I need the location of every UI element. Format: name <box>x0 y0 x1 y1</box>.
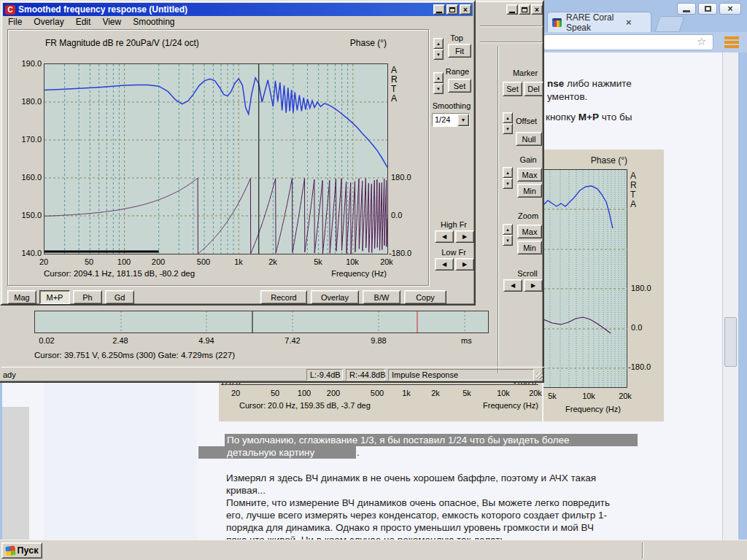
browser-tab[interactable]: RARE Coral Speak × <box>547 12 651 32</box>
spin-down-icon[interactable]: ▼ <box>433 83 444 94</box>
gain-min-button[interactable]: Min <box>517 184 542 198</box>
close-button[interactable]: × <box>531 4 543 15</box>
arrow-right-icon: ▶ <box>462 261 467 268</box>
fragment-bold: М+Р <box>578 112 599 122</box>
close-button[interactable]: × <box>460 4 471 15</box>
page-text-fragment: кнопку М+Р что бы <box>546 111 632 123</box>
forum-image-right: Phase (°) ARTA 180.0 0.0 -180.0 <box>543 149 664 421</box>
zoom-max-button[interactable]: Max <box>517 225 542 238</box>
spin-down-icon[interactable]: ▼ <box>503 178 513 189</box>
fr-titlebar[interactable]: C Smoothed frequency response (Untitled)… <box>3 3 473 16</box>
zoom-min-button[interactable]: Min <box>517 241 542 254</box>
y-tick: 150.0 <box>15 211 42 219</box>
page-text-fragment: ументов. <box>547 90 587 103</box>
gain-max-button[interactable]: Max <box>517 168 542 182</box>
resize-grip-icon[interactable] <box>536 373 543 379</box>
impulse-response-strip[interactable] <box>34 311 489 333</box>
status-ready: ady <box>3 370 16 379</box>
record-button[interactable]: Record <box>260 290 307 304</box>
maximize-button[interactable] <box>519 4 530 15</box>
y-tick: 170.0 <box>15 135 42 144</box>
page-left-gutter <box>2 407 29 540</box>
menu-smoothing[interactable]: Smoothing <box>133 17 174 27</box>
page-text-fragment: nse либо нажмите <box>547 77 632 90</box>
bw-button[interactable]: B/W <box>363 290 400 304</box>
highfr-right-button[interactable]: ▶ <box>455 230 474 243</box>
menu-file[interactable]: File <box>8 17 22 27</box>
view-mp-button[interactable]: M+P <box>39 290 70 304</box>
forum-image-bottom: 120.0 -180.0 20 50 100 200 500 1k 2k 5k … <box>219 383 542 421</box>
browser-menu-button[interactable] <box>723 35 740 50</box>
maximize-button[interactable] <box>446 4 458 15</box>
image-magnitude-curve <box>543 186 613 228</box>
y-tick: 160.0 <box>15 173 42 182</box>
menu-view[interactable]: View <box>102 17 121 27</box>
image-axis-line <box>225 384 538 385</box>
minimize-button[interactable] <box>433 4 445 15</box>
close-icon: × <box>727 4 732 14</box>
minimize-button[interactable] <box>506 4 518 15</box>
spin-up-icon[interactable]: ▲ <box>503 224 513 235</box>
lowfr-left-button[interactable]: ◀ <box>435 258 454 271</box>
image-x-tick: 20 <box>231 389 240 397</box>
offset-null-button[interactable]: Null <box>516 132 542 146</box>
x-tick: 500 <box>197 257 210 266</box>
view-ph-button[interactable]: Ph <box>73 290 102 304</box>
spin-down-icon[interactable]: ▼ <box>433 49 444 60</box>
spin-down-icon[interactable]: ▼ <box>503 235 513 246</box>
time-tick: 4.94 <box>198 336 214 345</box>
tab-close-icon[interactable]: × <box>626 17 632 28</box>
browser-maximize-button[interactable] <box>698 3 717 15</box>
smoothing-combo[interactable]: 1/24 ▼ <box>432 113 470 127</box>
spin-up-icon[interactable]: ▲ <box>503 167 513 178</box>
spin-up-icon[interactable]: ▲ <box>503 112 513 123</box>
windows-logo-icon <box>5 545 16 556</box>
image-x-tick: 1k <box>402 389 411 397</box>
zoom-spinner: ▲ ▼ <box>503 224 513 246</box>
arrow-left-icon: ◀ <box>511 282 515 289</box>
address-bar[interactable] <box>543 34 713 50</box>
scroll-left-button[interactable]: ◀ <box>503 279 522 292</box>
spin-up-icon[interactable]: ▲ <box>433 38 444 49</box>
scroll-right-button[interactable]: ▶ <box>524 279 543 292</box>
status-mode: Impulse Response <box>388 369 534 381</box>
minimize-icon <box>683 10 690 12</box>
view-gd-button[interactable]: Gd <box>105 290 134 304</box>
browser-scrollbar[interactable] <box>722 52 738 540</box>
image-phase-tick: 0.0 <box>631 323 642 332</box>
phase-tick: 180.0 <box>391 173 411 182</box>
scrollbar-thumb[interactable] <box>724 317 737 367</box>
new-tab-button[interactable] <box>654 16 684 32</box>
highfr-label: High Fr <box>435 220 473 229</box>
range-label: Range <box>442 67 473 76</box>
view-mag-button[interactable]: Mag <box>7 290 36 304</box>
selected-text-line1: По умолчанию, сглаживание 1/3, я бы пост… <box>225 434 638 446</box>
image-x-tick: 20k <box>529 389 542 397</box>
taskbar: Пуск S ⤒ » PatchMix DSP Измерение параме… <box>0 540 747 560</box>
offset-spinner: ▲ ▼ <box>503 112 513 134</box>
maximize-icon <box>522 7 527 12</box>
image-phase-tick: -180.0 <box>628 362 651 371</box>
start-button[interactable]: Пуск <box>1 542 42 559</box>
forum-paragraph-line: пока что живой. Ни в коем случае не реко… <box>226 534 508 540</box>
range-set-button[interactable]: Set <box>448 79 471 93</box>
time-tick: 0.02 <box>39 336 54 345</box>
image-plot-area <box>543 169 627 388</box>
arrow-left-icon: ◀ <box>442 261 446 268</box>
bookmark-star-icon[interactable]: ☆ <box>697 35 706 48</box>
fit-button[interactable]: Fit <box>448 44 471 58</box>
marker-set-button[interactable]: Set <box>503 82 522 96</box>
browser-close-button[interactable]: × <box>719 3 741 15</box>
fr-plot-area[interactable] <box>44 63 388 254</box>
lowfr-right-button[interactable]: ▶ <box>455 258 474 271</box>
combo-dropdown-icon[interactable]: ▼ <box>457 114 469 126</box>
overlay-button[interactable]: Overlay <box>311 290 359 304</box>
menu-overlay[interactable]: Overlay <box>34 17 63 27</box>
spin-up-icon[interactable]: ▲ <box>433 72 444 83</box>
menu-edit[interactable]: Edit <box>76 17 91 27</box>
marker-del-button[interactable]: Del <box>524 82 543 96</box>
copy-button[interactable]: Copy <box>404 290 446 304</box>
spin-down-icon[interactable]: ▼ <box>503 123 513 134</box>
highfr-left-button[interactable]: ◀ <box>435 230 454 243</box>
browser-minimize-button[interactable] <box>677 3 696 15</box>
